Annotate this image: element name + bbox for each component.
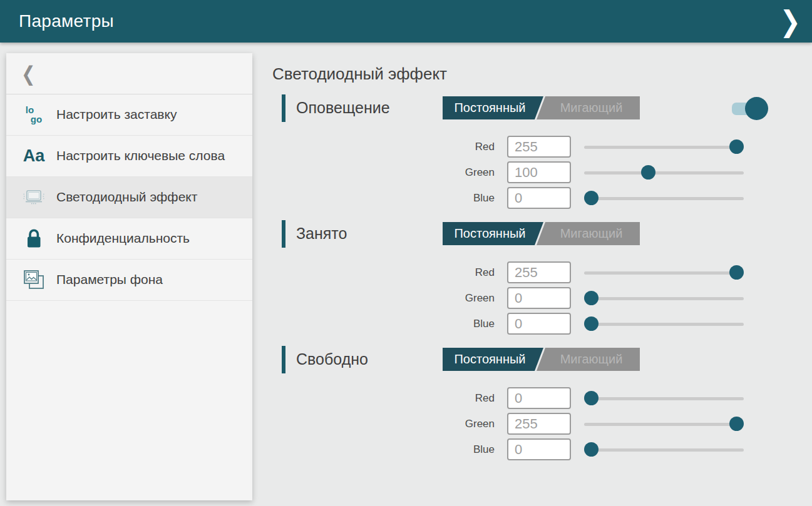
channel-label: Green — [272, 166, 495, 179]
accent-bar — [282, 220, 285, 248]
green-value-input[interactable] — [507, 413, 571, 435]
images-icon — [19, 269, 49, 291]
channel-label: Blue — [272, 318, 495, 330]
sidebar-item-label: Настроить заставку — [56, 106, 177, 123]
mode-option-blinking[interactable]: Мигающий — [537, 96, 640, 119]
sidebar-back-button[interactable]: ❮ — [6, 53, 252, 94]
rgb-row-green: Green — [272, 411, 768, 437]
accent-bar — [282, 94, 285, 122]
mode-segmented-control: Постоянный Мигающий — [443, 96, 640, 119]
led-section-busy: Занято Постоянный Мигающий Red Green — [272, 220, 768, 336]
red-value-input[interactable] — [507, 261, 571, 283]
rgb-row-blue: Blue — [272, 185, 768, 211]
blue-value-input[interactable] — [507, 187, 571, 209]
slider-track[interactable] — [584, 448, 744, 452]
slider-track[interactable] — [584, 323, 744, 326]
rgb-row-red: Red — [272, 385, 768, 411]
logo-icon: lo go — [19, 106, 49, 124]
slider-track[interactable] — [584, 297, 744, 300]
channel-label: Blue — [272, 443, 495, 456]
slider-track[interactable] — [584, 397, 744, 400]
slider-track[interactable] — [584, 146, 744, 149]
green-slider[interactable] — [584, 291, 744, 306]
led-section-free: Свободно Постоянный Мигающий Red Green — [272, 345, 768, 462]
sidebar-item-label: Настроить ключевые слова — [56, 148, 225, 164]
sidebar-item-screensaver[interactable]: lo go Настроить заставку — [6, 94, 252, 136]
blue-slider[interactable] — [584, 316, 744, 331]
chevron-left-icon: ❮ — [21, 61, 36, 85]
sidebar-item-privacy[interactable]: Конфиденциальность — [6, 218, 252, 260]
rgb-row-red: Red — [272, 260, 768, 285]
channel-label: Green — [272, 292, 495, 305]
slider-track[interactable] — [584, 197, 744, 200]
mode-segmented-control: Постоянный Мигающий — [443, 222, 640, 245]
accent-bar — [282, 346, 285, 373]
mode-option-blinking[interactable]: Мигающий — [537, 222, 640, 245]
blue-value-input[interactable] — [507, 438, 571, 460]
sidebar-item-keywords[interactable]: Aa Настроить ключевые слова — [6, 136, 252, 177]
section-label: Занято — [296, 225, 347, 243]
sidebar-item-label: Светодиодный эффект — [56, 189, 197, 205]
channel-label: Red — [272, 266, 495, 279]
slider-track[interactable] — [584, 423, 744, 426]
slider-track[interactable] — [584, 171, 744, 175]
rgb-row-green: Green — [272, 285, 768, 311]
app-header: Параметры ❯ — [0, 0, 812, 43]
slider-thumb[interactable] — [584, 442, 599, 457]
sidebar-item-label: Конфиденциальность — [56, 230, 190, 246]
green-value-input[interactable] — [507, 287, 571, 309]
display-led-icon — [19, 188, 49, 208]
slider-track[interactable] — [584, 271, 744, 275]
page-title: Параметры — [19, 11, 114, 31]
section-label: Оповещение — [296, 99, 390, 117]
led-effect-panel: Светодиодный эффект Оповещение Постоянны… — [272, 43, 812, 506]
section-label: Свободно — [296, 350, 368, 368]
blue-slider[interactable] — [584, 191, 744, 206]
chevron-right-icon[interactable]: ❯ — [779, 7, 801, 36]
green-slider[interactable] — [584, 165, 744, 180]
red-value-input[interactable] — [507, 387, 571, 409]
rgb-row-blue: Blue — [272, 311, 768, 336]
mode-option-constant[interactable]: Постоянный — [443, 348, 543, 371]
slider-thumb[interactable] — [729, 265, 744, 280]
red-slider[interactable] — [584, 139, 744, 154]
channel-label: Red — [272, 141, 495, 153]
sidebar-item-background[interactable]: Параметры фона — [6, 260, 252, 301]
red-slider[interactable] — [584, 265, 744, 280]
red-value-input[interactable] — [507, 136, 571, 158]
settings-sidebar: ❮ lo go Настроить заставку Aa Настроить … — [6, 53, 252, 500]
toggle-knob — [745, 97, 768, 120]
led-section-notification: Оповещение Постоянный Мигающий Red Green — [272, 94, 768, 211]
sidebar-item-led-effect[interactable]: Светодиодный эффект — [6, 177, 252, 218]
rgb-row-blue: Blue — [272, 437, 768, 462]
green-value-input[interactable] — [507, 161, 571, 183]
slider-thumb[interactable] — [584, 191, 599, 205]
mode-option-constant[interactable]: Постоянный — [443, 96, 543, 119]
section-title: Светодиодный эффект — [272, 64, 768, 84]
slider-thumb[interactable] — [584, 316, 599, 331]
green-slider[interactable] — [584, 417, 744, 432]
sidebar-item-label: Параметры фона — [56, 271, 163, 288]
rgb-row-red: Red — [272, 134, 768, 159]
text-Aa-icon: Aa — [19, 146, 49, 166]
channel-label: Green — [272, 418, 495, 430]
mode-option-constant[interactable]: Постоянный — [443, 222, 543, 245]
slider-thumb[interactable] — [729, 417, 744, 431]
slider-thumb[interactable] — [729, 139, 744, 154]
red-slider[interactable] — [584, 391, 744, 406]
slider-thumb[interactable] — [584, 391, 599, 405]
channel-label: Red — [272, 392, 495, 405]
mode-option-blinking[interactable]: Мигающий — [537, 348, 640, 371]
slider-thumb[interactable] — [584, 291, 599, 305]
channel-label: Blue — [272, 192, 495, 205]
blue-slider[interactable] — [584, 442, 744, 457]
rgb-row-green: Green — [272, 159, 768, 185]
slider-thumb[interactable] — [641, 165, 655, 180]
lock-icon — [19, 228, 49, 250]
blue-value-input[interactable] — [507, 313, 571, 335]
notification-toggle-switch[interactable] — [732, 96, 768, 120]
mode-segmented-control: Постоянный Мигающий — [443, 348, 640, 371]
